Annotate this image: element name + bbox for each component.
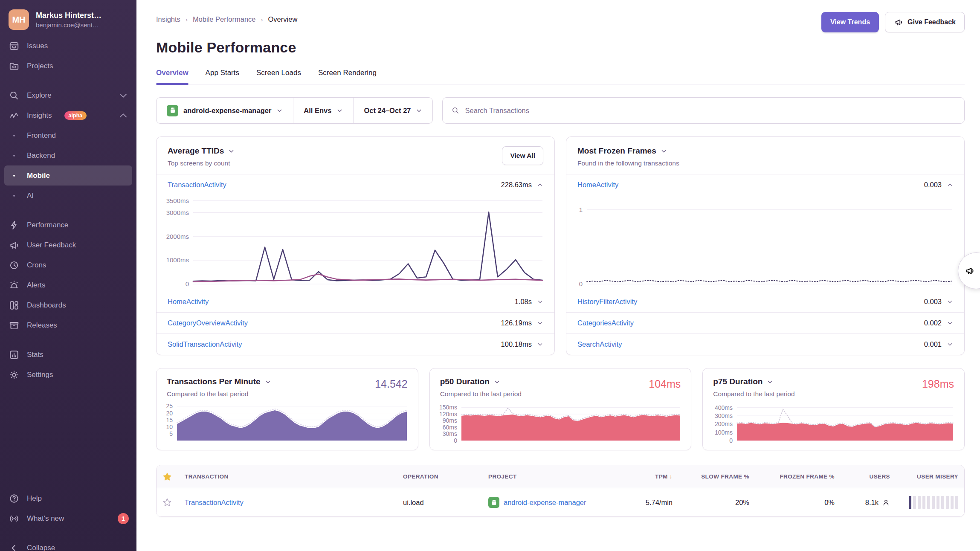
col-slow-frame[interactable]: SLOW FRAME %: [678, 473, 755, 480]
chevron-down-icon[interactable]: [767, 379, 773, 385]
search-transactions-input[interactable]: [465, 107, 956, 115]
transaction-link[interactable]: HistoryFilterActivity: [577, 298, 637, 306]
star-icon[interactable]: [162, 472, 172, 481]
ttid-row-categoryoverviewactivity[interactable]: CategoryOverviewActivity 126.19ms: [157, 312, 554, 334]
sidebar-item-label: Projects: [27, 62, 53, 70]
svg-text:90ms: 90ms: [442, 417, 457, 424]
frozen-value: 0.002: [924, 319, 942, 327]
view-all-button[interactable]: View All: [502, 146, 543, 165]
sidebar-item-insights[interactable]: Insights alpha: [0, 105, 136, 125]
star-outline-icon[interactable]: [162, 498, 172, 507]
sidebar-item-settings[interactable]: Settings: [0, 365, 136, 385]
transaction-link[interactable]: SolidTransactionActivity: [168, 340, 242, 348]
person-icon: [882, 499, 890, 507]
svg-text:100ms: 100ms: [715, 429, 733, 436]
sidebar-item-performance[interactable]: Performance: [0, 215, 136, 235]
help-icon: [9, 493, 20, 504]
tab-screen-loads[interactable]: Screen Loads: [256, 69, 301, 84]
give-feedback-button[interactable]: Give Feedback: [885, 12, 965, 32]
chevron-down-icon: [947, 320, 953, 326]
chevron-down-icon[interactable]: [494, 379, 500, 385]
svg-text:120ms: 120ms: [439, 411, 457, 418]
transaction-link[interactable]: SearchActivity: [577, 340, 622, 348]
chevron-down-icon[interactable]: [661, 148, 667, 154]
most-frozen-frames-card: Most Frozen Frames Found in the followin…: [566, 136, 965, 355]
sidebar-item-label: Insights: [27, 111, 52, 120]
frozen-row-searchactivity[interactable]: SearchActivity 0.001: [566, 334, 964, 355]
sidebar-item-explore[interactable]: Explore: [0, 85, 136, 105]
sidebar-item-issues[interactable]: Issues: [0, 36, 136, 56]
chevron-up-icon: [947, 182, 953, 188]
col-user-misery[interactable]: USER MISERY: [896, 473, 964, 480]
sidebar-item-help[interactable]: Help: [0, 488, 136, 508]
card-title: Transactions Per Minute: [167, 377, 261, 386]
sidebar-item-stats[interactable]: Stats: [0, 345, 136, 365]
sidebar-item-collapse[interactable]: Collapse: [0, 538, 136, 551]
transaction-link[interactable]: HomeActivity: [168, 298, 209, 306]
frozen-row-categoriesactivity[interactable]: CategoriesActivity 0.002: [566, 312, 964, 334]
tab-overview[interactable]: Overview: [156, 69, 188, 84]
misery-bar: [927, 496, 930, 509]
misery-bar: [918, 496, 921, 509]
sidebar-item-whats-new[interactable]: What's new 1: [0, 508, 136, 528]
notification-badge: 1: [118, 513, 129, 524]
sidebar-item-dashboards[interactable]: Dashboards: [0, 295, 136, 315]
sidebar-item-alerts[interactable]: Alerts: [0, 275, 136, 295]
sidebar-item-frontend[interactable]: Frontend: [0, 125, 136, 145]
page-title: Mobile Performance: [156, 39, 965, 56]
environment-selector[interactable]: All Envs: [293, 98, 353, 123]
tpm-chart: 252015105: [161, 401, 408, 443]
frozen-row-homeactivity[interactable]: HomeActivity 0.003: [566, 174, 964, 195]
ttid-row-homeactivity[interactable]: HomeActivity 1.08s: [157, 291, 554, 312]
tab-screen-rendering[interactable]: Screen Rendering: [318, 69, 377, 84]
transaction-link[interactable]: CategoryOverviewActivity: [168, 319, 248, 327]
megaphone-icon: [9, 240, 20, 251]
bar-chart-icon: [9, 349, 20, 360]
date-range-selector[interactable]: Oct 24–Oct 27: [353, 98, 432, 123]
sidebar-item-ai[interactable]: AI: [0, 186, 136, 206]
sidebar-item-crons[interactable]: Crons: [0, 255, 136, 275]
svg-text:30ms: 30ms: [442, 430, 457, 437]
sidebar-item-releases[interactable]: Releases: [0, 315, 136, 335]
view-trends-button[interactable]: View Trends: [821, 12, 879, 32]
tab-app-starts[interactable]: App Starts: [206, 69, 239, 84]
sidebar-item-user-feedback[interactable]: User Feedback: [0, 235, 136, 255]
transaction-link[interactable]: HomeActivity: [577, 181, 618, 189]
sidebar-item-backend[interactable]: Backend: [0, 145, 136, 165]
project-link[interactable]: android-expense-manager: [504, 499, 586, 507]
nav-divider: [0, 335, 136, 345]
bullet-icon: [9, 155, 20, 157]
breadcrumb-insights[interactable]: Insights: [156, 15, 180, 23]
frozen-row-historyfilteractivity[interactable]: HistoryFilterActivity 0.003: [566, 291, 964, 312]
chevron-down-icon: [947, 299, 953, 305]
nav-divider: [0, 206, 136, 215]
sidebar-item-projects[interactable]: Projects: [0, 56, 136, 76]
svg-text:20: 20: [166, 410, 173, 417]
siren-icon: [9, 280, 20, 291]
issues-icon: [9, 41, 20, 52]
project-selector[interactable]: android-expense-manager: [157, 98, 293, 123]
megaphone-icon: [965, 266, 975, 276]
col-tpm[interactable]: TPM ↓: [623, 473, 678, 480]
col-operation[interactable]: OPERATION: [397, 473, 482, 480]
col-frozen-frame[interactable]: FROZEN FRAME %: [755, 473, 841, 480]
search-icon: [9, 90, 20, 101]
misery-bar: [951, 496, 954, 509]
svg-text:5: 5: [169, 430, 173, 437]
col-transaction[interactable]: TRANSACTION: [179, 473, 397, 480]
col-users[interactable]: USERS: [841, 473, 896, 480]
archive-icon: [9, 320, 20, 331]
chevron-up-icon: [118, 110, 129, 121]
user-menu[interactable]: MH Markus Hinterst… benjamin.coe@sent…: [0, 0, 136, 36]
sidebar-item-label: What's new: [27, 514, 64, 523]
chevron-down-icon[interactable]: [265, 379, 271, 385]
sidebar-item-mobile[interactable]: Mobile: [4, 165, 132, 186]
breadcrumb-mobile-performance[interactable]: Mobile Performance: [193, 15, 256, 23]
ttid-row-solidtransactionactivity[interactable]: SolidTransactionActivity 100.18ms: [157, 334, 554, 355]
col-project[interactable]: PROJECT: [482, 473, 623, 480]
transaction-link[interactable]: TransactionActivity: [168, 181, 226, 189]
chevron-down-icon[interactable]: [228, 148, 235, 154]
transaction-link[interactable]: TransactionActivity: [185, 499, 244, 506]
transaction-link[interactable]: CategoriesActivity: [577, 319, 634, 327]
ttid-row-transactionactivity[interactable]: TransactionActivity 228.63ms: [157, 174, 554, 195]
